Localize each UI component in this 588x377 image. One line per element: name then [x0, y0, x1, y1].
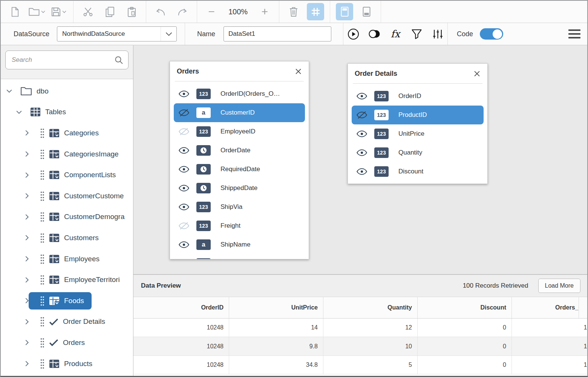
chevron-right-icon[interactable] [25, 360, 35, 367]
tree-item-dbo[interactable]: dbo [1, 81, 133, 102]
drag-handle-icon[interactable] [40, 191, 44, 201]
load-more-button[interactable]: Load More [538, 279, 581, 293]
chevron-right-icon[interactable] [25, 151, 35, 157]
eye-visible-icon[interactable] [178, 90, 191, 98]
eye-visible-icon[interactable] [356, 168, 369, 175]
field-row[interactable]: 123ShipVia [170, 198, 309, 216]
chevron-down-icon[interactable] [6, 89, 16, 93]
tree-item-categoriesimage[interactable]: CategoriesImage [1, 144, 133, 165]
field-row[interactable]: OrderDate [170, 141, 309, 160]
tree-item-categories[interactable]: Categories [1, 123, 133, 144]
grid-button[interactable] [307, 3, 324, 20]
close-icon[interactable] [473, 69, 481, 78]
tree-item-componentlists[interactable]: ComponentLists [1, 164, 133, 185]
drag-handle-icon[interactable] [40, 170, 44, 180]
field-row[interactable]: 123Freight [170, 216, 309, 235]
code-toggle[interactable] [480, 28, 503, 40]
close-icon[interactable] [294, 67, 303, 76]
query-designer-canvas[interactable]: Orders123OrderID(Orders_O…aCustomerID123… [133, 45, 587, 274]
tree-item-employees[interactable]: Employees [1, 248, 133, 270]
field-row[interactable]: 123ProductID [352, 106, 484, 124]
datasource-select[interactable]: NorthwindDataSource [57, 26, 177, 41]
dataset-name-input[interactable] [224, 26, 331, 41]
drag-handle-icon[interactable] [40, 316, 44, 327]
chevron-right-icon[interactable] [25, 193, 35, 199]
eye-hidden-icon[interactable] [178, 109, 191, 116]
save-button[interactable] [50, 3, 67, 20]
eye-visible-icon[interactable] [178, 184, 191, 192]
drag-handle-icon[interactable] [40, 233, 44, 243]
panel-bottom-button[interactable] [358, 3, 375, 20]
field-row[interactable]: aShipName [170, 235, 309, 254]
eye-visible-icon[interactable] [178, 203, 191, 211]
field-row[interactable]: a [170, 254, 309, 259]
folder-open-button[interactable] [28, 3, 46, 20]
trash-button[interactable] [285, 3, 302, 20]
panel-left-button[interactable] [336, 3, 353, 20]
run-button[interactable] [344, 25, 362, 43]
drag-handle-icon[interactable] [40, 149, 44, 159]
eye-visible-icon[interactable] [356, 130, 369, 138]
drag-handle-icon[interactable] [40, 274, 44, 285]
eye-hidden-icon[interactable] [178, 222, 191, 230]
cut-button[interactable] [79, 3, 96, 20]
eye-visible-icon[interactable] [178, 166, 191, 173]
card-header[interactable]: Orders [170, 61, 309, 81]
chevron-right-icon[interactable] [25, 214, 35, 220]
field-row[interactable]: 123Quantity [348, 143, 487, 162]
tree-item-customers[interactable]: Customers [1, 227, 133, 248]
drag-handle-icon[interactable] [40, 337, 44, 348]
zoom-in-button[interactable]: + [256, 3, 273, 20]
tree-item-customercustome[interactable]: CustomerCustome [1, 185, 133, 207]
chevron-right-icon[interactable] [25, 234, 35, 241]
field-row[interactable]: 123EmployeeID [170, 122, 309, 141]
number-type-icon: 123 [374, 166, 389, 177]
file-new-button[interactable] [6, 3, 24, 20]
tree-item-orders[interactable]: Orders [1, 332, 133, 353]
tree-item-employeeterritori[interactable]: EmployeeTerritori [1, 269, 133, 290]
eye-visible-icon[interactable] [178, 241, 191, 248]
expression-button[interactable]: fx [386, 25, 404, 43]
zoom-out-button[interactable]: − [203, 3, 220, 20]
drag-handle-icon[interactable] [40, 211, 44, 222]
field-row[interactable]: 123OrderID(Orders_O… [170, 84, 309, 103]
drag-handle-icon[interactable] [40, 254, 44, 264]
chevron-right-icon[interactable] [25, 319, 35, 325]
menu-icon[interactable] [568, 29, 580, 38]
chevron-right-icon[interactable] [25, 339, 35, 346]
eye-visible-icon[interactable] [356, 92, 369, 100]
join-button[interactable] [365, 25, 383, 43]
filter-button[interactable] [407, 25, 426, 43]
copy-button[interactable] [101, 3, 118, 20]
preview-cell: 0 [418, 319, 512, 337]
chevron-down-icon[interactable] [16, 110, 26, 114]
chevron-right-icon[interactable] [25, 256, 35, 262]
tree-item-foods[interactable]: Foods [1, 290, 133, 311]
drag-handle-icon[interactable] [40, 296, 44, 306]
eye-visible-icon[interactable] [178, 147, 191, 154]
field-row[interactable]: ShippedDate [170, 179, 309, 198]
field-row[interactable]: 123Discount [348, 162, 487, 181]
chevron-right-icon[interactable] [25, 172, 35, 178]
eye-visible-icon[interactable] [356, 149, 369, 156]
paste-button[interactable] [123, 3, 140, 20]
search-input[interactable] [11, 56, 115, 64]
field-row[interactable]: aCustomerID [174, 103, 305, 122]
parameters-button[interactable] [429, 25, 447, 43]
card-header[interactable]: Order Details [348, 64, 487, 83]
field-row[interactable]: RequiredDate [170, 160, 309, 179]
chevron-right-icon[interactable] [25, 130, 35, 136]
undo-button[interactable] [152, 3, 169, 20]
tree-item-tables[interactable]: Tables [1, 102, 133, 123]
chevron-right-icon[interactable] [25, 277, 35, 283]
tree-item-products[interactable]: Products [1, 353, 133, 374]
field-row[interactable]: 123OrderID [348, 87, 487, 106]
tree-item-customerdemogra[interactable]: CustomerDemogra [1, 207, 133, 228]
eye-hidden-icon[interactable] [356, 111, 369, 119]
drag-handle-icon[interactable] [40, 359, 44, 369]
eye-hidden-icon[interactable] [178, 128, 191, 135]
redo-button[interactable] [174, 3, 191, 20]
tree-item-order-details[interactable]: Order Details [1, 311, 133, 333]
drag-handle-icon[interactable] [40, 128, 44, 138]
field-row[interactable]: 123UnitPrice [348, 124, 487, 143]
